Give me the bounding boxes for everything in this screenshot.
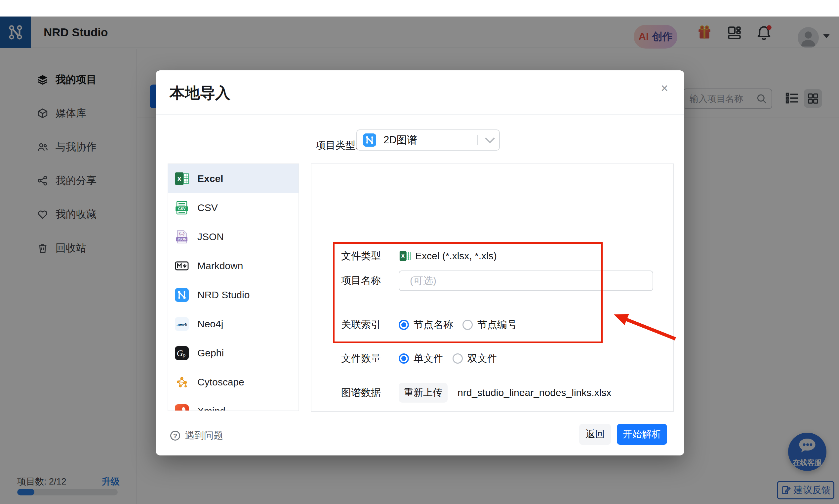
csv-icon: CSV xyxy=(175,201,189,215)
xmind-icon xyxy=(175,404,189,411)
svg-text::neo4j: :neo4j xyxy=(176,322,187,326)
format-label: CSV xyxy=(198,202,218,213)
local-import-dialog: 本地导入 × 项目类型: 2D图谱 xyxy=(156,70,684,455)
svg-text:JSON: JSON xyxy=(177,237,186,241)
svg-text:X: X xyxy=(177,175,182,183)
format-item-nrd-studio[interactable]: NRD Studio xyxy=(168,281,298,309)
file-count-row: 文件数量 单文件 双文件 xyxy=(311,348,673,369)
gephi-icon: G p xyxy=(175,346,189,360)
format-item-xmind[interactable]: Xmind xyxy=(168,397,298,411)
file-type-label: 文件类型 xyxy=(341,246,381,267)
radio-node-id[interactable]: 节点编号 xyxy=(462,318,517,331)
svg-text:CSV: CSV xyxy=(178,207,186,211)
help-link[interactable]: ? 遇到问题 xyxy=(170,429,223,442)
graph-data-row: 图谱数据 重新上传 nrd_studio_linear_nodes_links.… xyxy=(311,374,673,402)
help-icon: ? xyxy=(170,431,180,440)
radio-double-file-label: 双文件 xyxy=(467,352,497,365)
dialog-title: 本地导入 xyxy=(170,83,230,103)
svg-text:G: G xyxy=(177,348,183,358)
file-type-row: 文件类型 X Excel (*.xlsx, *.xls) xyxy=(311,246,673,267)
index-key-row: 关联索引 节点名称 节点编号 xyxy=(311,314,673,335)
radio-single-file-label: 单文件 xyxy=(413,352,443,365)
excel-icon: X xyxy=(175,172,189,186)
file-type-value: Excel (*.xlsx, *.xls) xyxy=(415,246,497,267)
project-name-input[interactable]: (可选) xyxy=(399,270,653,291)
radio-double-file[interactable]: 双文件 xyxy=(452,352,497,365)
nrd-2d-graph-icon xyxy=(363,133,376,147)
radio-unchecked-icon[interactable] xyxy=(452,354,463,364)
format-label: Gephi xyxy=(198,347,224,359)
svg-text:{...}: {...} xyxy=(179,232,185,235)
radio-node-name-label: 节点名称 xyxy=(413,318,453,331)
radio-unchecked-icon[interactable] xyxy=(462,320,473,330)
import-options-panel: 文件类型 X Excel (*.xlsx, *.xls) 项目名称 (可选) 关… xyxy=(311,163,674,412)
index-key-options: 节点名称 节点编号 xyxy=(399,314,517,335)
format-item-excel[interactable]: X Excel xyxy=(168,164,298,193)
radio-checked-icon[interactable] xyxy=(399,354,409,364)
start-parse-button[interactable]: 开始解析 xyxy=(617,424,667,445)
nrd-studio-icon xyxy=(175,288,189,302)
format-label: Neo4j xyxy=(198,318,223,330)
select-divider xyxy=(477,135,478,145)
markdown-icon xyxy=(175,259,189,273)
svg-text:X: X xyxy=(401,253,405,259)
format-item-neo4j[interactable]: :neo4j Neo4j xyxy=(168,309,298,339)
format-label: Xmind xyxy=(198,406,225,411)
format-label: JSON xyxy=(198,231,224,242)
format-label: Cytoscape xyxy=(198,377,244,388)
cytoscape-icon xyxy=(175,375,189,389)
chevron-down-icon xyxy=(484,136,496,145)
format-item-gephi[interactable]: G p Gephi xyxy=(168,339,298,367)
format-label: Excel xyxy=(198,173,223,184)
dialog-header-divider xyxy=(156,114,684,114)
project-name-label: 项目名称 xyxy=(341,270,381,291)
svg-text:p: p xyxy=(183,352,186,358)
project-type-value: 2D图谱 xyxy=(383,130,417,150)
format-item-csv[interactable]: CSV CSV xyxy=(168,193,298,222)
back-button[interactable]: 返回 xyxy=(579,424,611,445)
uploaded-filename: nrd_studio_linear_nodes_links.xlsx xyxy=(458,383,611,402)
close-icon[interactable]: × xyxy=(656,79,673,97)
radio-checked-icon[interactable] xyxy=(399,320,409,330)
radio-single-file[interactable]: 单文件 xyxy=(399,352,443,365)
neo4j-icon: :neo4j xyxy=(175,317,189,331)
project-type-select[interactable]: 2D图谱 xyxy=(356,129,500,150)
format-label: Markdown xyxy=(198,260,243,271)
project-type-label: 项目类型: xyxy=(316,135,358,156)
format-item-json[interactable]: {...} JSON JSON xyxy=(168,222,298,251)
help-label: 遇到问题 xyxy=(185,429,223,442)
format-list: X Excel CSV CSV {...} xyxy=(168,163,299,411)
graph-data-label: 图谱数据 xyxy=(341,374,381,412)
project-name-row: 项目名称 (可选) xyxy=(311,270,673,291)
reupload-button[interactable]: 重新上传 xyxy=(399,383,448,402)
format-label: NRD Studio xyxy=(198,289,250,301)
file-count-options: 单文件 双文件 xyxy=(399,348,497,369)
screen: NRD Studio AI 创作 xyxy=(0,0,839,504)
format-item-cytoscape[interactable]: Cytoscape xyxy=(168,367,298,397)
excel-file-icon: X xyxy=(399,250,411,262)
radio-node-name[interactable]: 节点名称 xyxy=(399,318,453,331)
json-icon: {...} JSON xyxy=(175,230,189,244)
index-key-label: 关联索引 xyxy=(341,314,381,335)
radio-node-id-label: 节点编号 xyxy=(477,318,517,331)
format-item-markdown[interactable]: Markdown xyxy=(168,251,298,281)
file-count-label: 文件数量 xyxy=(341,348,381,369)
project-name-placeholder: (可选) xyxy=(410,271,436,290)
